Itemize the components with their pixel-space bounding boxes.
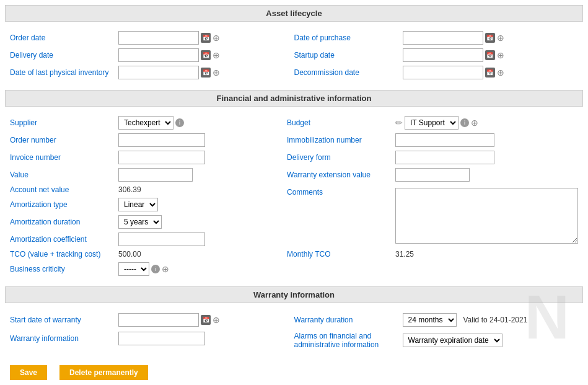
delivery-date-calendar-icon[interactable]: 📅 [201,50,211,60]
monthly-tco-value: 31.25 [395,250,414,259]
order-date-calendar-icon[interactable]: 📅 [201,33,211,43]
invoice-number-input[interactable]: O-542 [118,151,205,164]
warranty-information-input[interactable] [118,332,205,345]
last-inventory-plus-icon[interactable]: ⊕ [213,68,220,77]
amortization-duration-label: Amortization duration [10,218,118,226]
account-net-value-text: 306.39 [118,185,141,194]
delivery-date-label: Delivery date [10,51,118,60]
financial-info-header: Financial and administrative information [5,90,583,107]
last-inventory-input[interactable]: 25-01-2019 [118,66,199,79]
decommission-date-input[interactable]: 24-01-2019 [403,66,483,79]
budget-select[interactable]: IT Support [405,116,459,130]
amortization-duration-select[interactable]: 5 years [118,215,162,229]
delivery-form-input[interactable]: Stock [395,151,494,164]
comments-label: Comments [287,188,395,197]
decommission-date-calendar-icon[interactable]: 📅 [485,68,495,77]
immobilization-number-label: Immobilization number [287,136,395,144]
order-date-plus-icon[interactable]: ⊕ [213,33,220,43]
warranty-info-header: Warranty information [5,286,583,303]
warranty-duration-select[interactable]: 24 months [403,313,457,327]
order-number-label: Order number [10,136,118,144]
budget-info-icon[interactable]: i [460,118,469,127]
supplier-select[interactable]: Techexpert [118,116,173,130]
delete-button[interactable]: Delete permanently [59,365,148,380]
delivery-form-label: Delivery form [287,153,395,162]
business-criticity-label: Business criticity [10,265,118,273]
immobilization-number-input[interactable] [395,133,494,147]
tco-value: 500.00 [118,250,141,259]
warranty-information-label: Warranty information [10,334,118,343]
amortization-coeff-label: Amortization coefficient [10,235,118,244]
startup-date-plus-icon[interactable]: ⊕ [497,50,504,60]
budget-label: Budget [287,118,395,127]
order-number-input[interactable]: O-542 [118,133,205,147]
warranty-extension-label: Warranty extension value [287,170,395,179]
business-criticity-info-icon[interactable]: i [151,265,160,273]
budget-pencil-icon[interactable]: ✏ [395,118,403,128]
business-criticity-select[interactable]: ----- [118,262,149,276]
warranty-extension-input[interactable]: 0.00 [395,168,470,182]
startup-date-label: Startup date [294,51,403,60]
start-date-warranty-input[interactable]: 24-01-2019 [118,313,199,327]
last-inventory-calendar-icon[interactable]: 📅 [201,68,211,77]
alarms-select[interactable]: Warranty expiration date [403,334,502,347]
order-date-input[interactable]: 24-01-2019 [118,31,199,45]
delivery-date-plus-icon[interactable]: ⊕ [213,50,220,60]
startup-date-calendar-icon[interactable]: 📅 [485,50,495,60]
start-date-warranty-calendar-icon[interactable]: 📅 [201,315,211,325]
value-input[interactable]: 500.00 [118,168,193,182]
tco-label: TCO (value + tracking cost) [10,250,118,259]
budget-plus-icon[interactable]: ⊕ [471,118,478,128]
start-date-warranty-label: Start date of warranty [10,316,118,324]
decommission-date-label: Decommission date [294,68,403,77]
amortization-type-select[interactable]: Linear [118,198,158,211]
date-purchase-input[interactable]: 24-01-2019 [403,31,483,45]
start-date-warranty-plus-icon[interactable]: ⊕ [213,315,220,325]
monthly-tco-label: Monthly TCO [287,250,395,259]
asset-lifecycle-header: Asset lifecycle [5,5,583,22]
decommission-date-plus-icon[interactable]: ⊕ [497,68,504,77]
amortization-coeff-input[interactable]: 1 [118,232,205,246]
supplier-label: Supplier [10,118,118,127]
comments-textarea[interactable] [395,188,578,244]
account-net-value-label: Account net value [10,185,118,194]
delivery-date-input[interactable]: 25-01-2019 [118,48,199,62]
date-purchase-label: Date of purchase [294,33,403,42]
date-purchase-plus-icon[interactable]: ⊕ [497,33,504,43]
value-label: Value [10,170,118,179]
valid-to-text: Valid to 24-01-2021 [463,316,528,324]
save-button[interactable]: Save [10,365,47,380]
last-inventory-label: Date of last physical inventory [10,68,118,77]
startup-date-input[interactable]: 24-01-2019 [403,48,483,62]
order-date-label: Order date [10,33,118,42]
date-purchase-calendar-icon[interactable]: 📅 [485,33,495,43]
invoice-number-label: Invoice number [10,153,118,162]
alarms-label: Alarms on financial and administrative i… [294,332,403,349]
business-criticity-plus-icon[interactable]: ⊕ [162,264,169,274]
warranty-duration-label: Warranty duration [294,316,403,324]
supplier-info-icon[interactable]: i [175,118,184,127]
amortization-type-label: Amortization type [10,200,118,209]
